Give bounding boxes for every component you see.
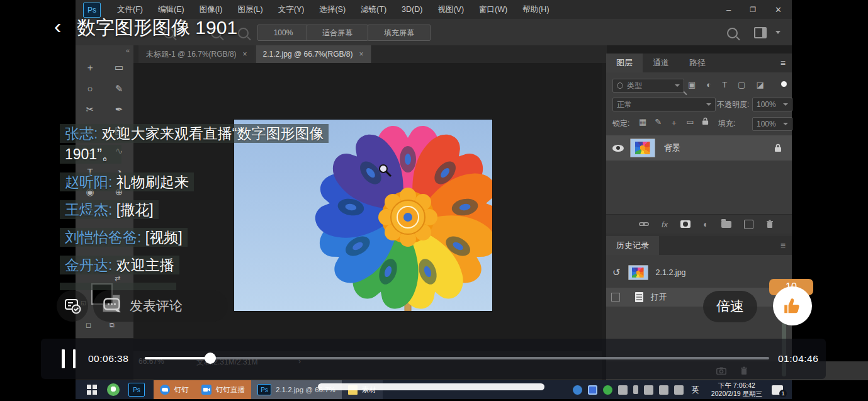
menu-item-5[interactable]: 选择(S) [319,4,346,15]
search-icon[interactable] [727,28,738,38]
filter-type-icon-3[interactable]: ▢ [738,80,745,89]
fill-screen-button[interactable]: 填充屏幕 [368,25,431,41]
chat-username[interactable]: 刘恺怡爸爸: [65,229,141,246]
filter-type-icon-2[interactable]: T [722,80,727,89]
layer-visibility-eye-icon[interactable] [612,145,624,152]
opacity-field[interactable]: 100% [752,98,792,111]
menu-item-1[interactable]: 编辑(E) [158,4,184,15]
collapse-panel-icon[interactable]: « [126,47,130,54]
filter-type-icon-1[interactable]: ◐ [706,80,711,89]
menu-item-9[interactable]: 窗口(W) [479,4,507,15]
new-layer-icon[interactable] [744,220,753,229]
close-button[interactable]: ✕ [775,5,782,14]
filter-type-icon-4[interactable]: ◪ [756,80,764,89]
tool-icon-2[interactable]: ○ [87,83,93,94]
filter-toggle-dot[interactable] [781,81,787,87]
document-tab-untitled[interactable]: 未标题-1 @ 16.7%(RGB/8) × [138,45,256,63]
lock-all-icon[interactable] [702,117,709,125]
notification-center-icon[interactable]: 1 [772,385,783,395]
tool-icon-4[interactable]: ✂ [86,104,94,115]
home-indicator[interactable] [318,383,544,390]
menu-item-6[interactable]: 滤镜(T) [361,4,386,15]
start-button[interactable] [87,385,97,395]
panel-tab-图层[interactable]: 图层 [606,54,643,72]
restore-button[interactable]: ❐ [750,6,756,14]
panel-menu-icon[interactable]: ≡ [781,58,786,68]
photoshop-taskbar-icon[interactable]: Ps [128,383,145,397]
layer-mask-icon[interactable] [680,220,690,228]
zoom-100-button[interactable]: 100% [257,25,309,41]
tool-icon-5[interactable]: ✒ [115,104,123,115]
lock-icon-0[interactable]: ▦ [639,117,646,128]
safety-tray-icon[interactable] [603,385,612,395]
adjustment-layer-icon[interactable]: ◐ [703,219,708,229]
chat-username[interactable]: 王煜杰: [65,201,112,218]
post-comment-button[interactable]: 发表评论 [93,290,228,322]
menu-item-0[interactable]: 文件(F) [117,4,143,15]
layer-row-background[interactable]: 背景 [606,135,792,161]
workspace-chevron-icon[interactable] [775,31,781,34]
browser-icon[interactable] [107,383,120,396]
signal-tray-icon[interactable] [618,385,628,395]
chat-username[interactable]: 金丹达: [65,257,112,273]
back-chevron-icon[interactable]: ‹ [54,14,61,38]
taskbar-task-1[interactable]: 钉钉直播 [195,380,251,399]
clip-tray-icon[interactable] [674,385,684,395]
compass-tray-icon[interactable] [573,385,582,395]
fit-screen-button[interactable]: 适合屏幕 [307,25,368,41]
tool-icon-3[interactable]: ✎ [115,83,123,94]
lock-icon-3[interactable]: ▭ [686,117,694,128]
panel-menu-icon[interactable]: ≡ [781,240,786,251]
pause-button[interactable] [62,349,76,368]
zoom-tool-icon[interactable] [238,28,249,38]
seek-bar[interactable] [145,357,769,359]
like-button[interactable] [773,286,812,325]
battery-tray-icon[interactable] [644,385,653,395]
tab-close-icon[interactable]: × [359,50,364,59]
menu-item-2[interactable]: 图像(I) [200,4,223,15]
menu-item-10[interactable]: 帮助(H) [522,4,549,15]
history-panel-tab[interactable]: 历史记录 [606,236,659,255]
menu-item-8[interactable]: 视图(V) [437,4,464,15]
filter-type-icon-0[interactable]: ▣ [688,80,696,89]
screen-mode-icon[interactable]: ⧉ [110,321,115,329]
delete-layer-trash-icon[interactable] [766,220,774,229]
input-language-indicator[interactable]: 英 [692,385,699,395]
layer-thumbnail[interactable] [630,138,655,157]
workspace-icon[interactable] [754,27,767,38]
lock-icon-2[interactable]: ＋ [670,117,678,128]
history-checkbox[interactable] [611,293,620,302]
tool-icon-1[interactable]: ▭ [115,62,123,74]
history-brush-icon[interactable]: ↺ [612,267,621,278]
menu-item-7[interactable]: 3D(D) [402,5,422,14]
history-source-row[interactable]: ↺ 2.1.2.jpg [606,263,792,283]
menu-item-3[interactable]: 图层(L) [237,4,262,15]
usb-tray-icon[interactable] [633,385,638,394]
panel-tab-通道[interactable]: 通道 [643,54,679,72]
taskbar-task-0[interactable]: 钉钉 [154,380,195,399]
document-tab-212jpg[interactable]: 2.1.2.jpg @ 66.7%(RGB/8) × [256,45,372,63]
layer-name[interactable]: 背景 [664,142,680,154]
layer-group-folder-icon[interactable] [721,221,731,228]
panel-tab-路径[interactable]: 路径 [679,54,716,72]
playback-speed-button[interactable]: 倍速 [703,291,757,322]
quick-mask-icon[interactable]: ◻ [86,321,91,329]
comment-list-button[interactable] [57,290,88,322]
tool-icon-0[interactable]: ＋ [86,62,95,74]
chat-username[interactable]: 赵昕阳: [65,174,112,190]
chat-username[interactable]: 张志: [65,125,98,142]
layer-style-fx-icon[interactable]: fx [662,220,668,229]
menu-item-4[interactable]: 文字(Y) [278,4,305,15]
minimize-button[interactable]: – [726,5,731,14]
link-layers-icon[interactable] [639,221,649,227]
fill-field[interactable]: 100% [752,117,792,131]
history-step-row[interactable]: 打开 [606,288,792,307]
lock-icon-1[interactable]: ✎ [655,117,662,128]
taskbar-clock[interactable]: 下午 7:06:42 2020/2/19 星期三 [711,381,762,398]
layer-filter-select[interactable]: 类型 [612,79,684,93]
blend-mode-select[interactable]: 正常 [612,98,716,111]
volume-tray-icon[interactable] [659,385,668,395]
grid-tray-icon[interactable] [588,385,597,395]
tab-close-icon[interactable]: × [243,50,247,59]
seek-handle[interactable] [205,353,216,364]
